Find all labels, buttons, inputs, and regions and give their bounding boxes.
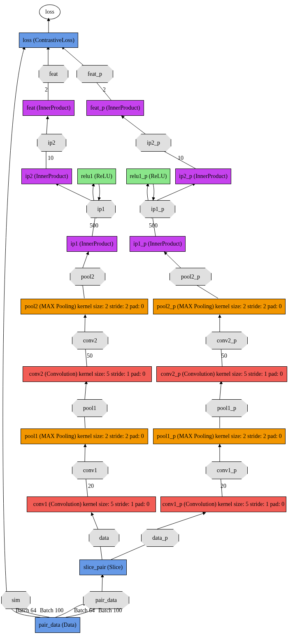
svg-line-22 — [220, 381, 221, 399]
node-relu1: relu1 (ReLU) — [77, 169, 116, 184]
label: conv1_p (Convolution) kernel size: 5 str… — [163, 501, 284, 508]
node-ip2: ip2 — [37, 134, 66, 152]
svg-line-14 — [164, 252, 181, 268]
svg-line-32 — [111, 543, 149, 560]
node-feat-p-ip: feat_p (InnerProduct) — [86, 100, 144, 116]
label: feat — [49, 71, 58, 77]
node-conv2-layer: conv2 (Convolution) kernel size: 5 strid… — [23, 366, 152, 382]
node-pool2-p: pool2_p — [170, 268, 211, 286]
label: data_p — [152, 535, 167, 541]
edge-label: 2 — [45, 87, 48, 93]
label: ip1 — [98, 206, 105, 213]
label: feat (InnerProduct) — [27, 105, 71, 111]
label: conv2_p (Convolution) kernel size: 5 str… — [161, 371, 283, 377]
edge-label: Batch 100 — [98, 607, 122, 614]
label: data — [99, 535, 109, 541]
network-diagram: loss loss (ContrastiveLoss) feat feat_p … — [0, 0, 288, 644]
node-pool1-layer: pool1 (MAX Pooling) kernel size: 2 strid… — [21, 429, 148, 444]
label: ip1 (InnerProduct) — [71, 241, 114, 247]
node-feat-ip: feat (InnerProduct) — [23, 100, 74, 116]
node-sim: sim — [1, 591, 30, 609]
svg-line-33 — [102, 574, 102, 591]
label: ip2 (InnerProduct) — [26, 173, 68, 180]
node-conv2-p: conv2_p — [206, 332, 248, 349]
node-conv2-p-layer: conv2_p (Convolution) kernel size: 5 str… — [156, 366, 287, 382]
node-pair-data: pair_data — [83, 591, 129, 609]
node-ip1-p-layer: ip1_p (InnerProduct) — [130, 236, 186, 252]
label: ip1_p (InnerProduct) — [133, 241, 182, 247]
svg-line-21 — [85, 381, 86, 399]
edge-label: 50 — [87, 353, 93, 359]
node-ip2-p: ip2_p — [136, 134, 171, 152]
svg-line-13 — [83, 252, 88, 268]
edge-label: 10 — [48, 155, 53, 162]
edge-label: 500 — [90, 222, 98, 229]
svg-line-17 — [85, 315, 85, 332]
node-pool1-p-layer: pool1_p (MAX Pooling) kernel size: 2 str… — [153, 429, 286, 444]
node-ip1-layer: ip1 (InnerProduct) — [67, 236, 117, 252]
label: relu1 (ReLU) — [81, 173, 112, 180]
label: ip2_p (InnerProduct) — [179, 173, 228, 180]
edge-label: Batch 100 — [40, 607, 63, 614]
label: pool1 (MAX Pooling) kernel size: 2 strid… — [25, 433, 144, 440]
label: relu1_p (ReLU) — [130, 173, 167, 180]
label: ip1_p — [151, 206, 164, 213]
label: conv1 — [83, 467, 97, 474]
label: conv2 (Convolution) kernel size: 5 strid… — [29, 371, 145, 377]
node-pool2-p-layer: pool2_p (MAX Pooling) kernel size: 2 str… — [153, 299, 286, 314]
label: pool1_p (MAX Pooling) kernel size: 2 str… — [157, 433, 282, 440]
edge-label: Batch 64 — [74, 607, 95, 614]
node-feat: feat — [39, 65, 68, 83]
node-data-p: data_p — [141, 529, 179, 547]
label: pool2 — [81, 274, 94, 280]
node-conv1-p-layer: conv1_p (Convolution) kernel size: 5 str… — [160, 496, 286, 512]
label: ip2 — [48, 140, 56, 146]
label: feat_p — [88, 71, 102, 77]
node-relu1-p: relu1_p (ReLU) — [126, 169, 170, 184]
label: ip2_p — [147, 140, 160, 146]
edge-label: 20 — [221, 483, 226, 489]
svg-line-9 — [56, 183, 91, 200]
label: pair_data — [95, 597, 117, 604]
label: loss — [45, 9, 54, 15]
node-pool2: pool2 — [70, 268, 105, 286]
node-pool1: pool1 — [72, 399, 107, 417]
svg-line-30 — [157, 513, 206, 529]
edge-label: 500 — [149, 222, 158, 229]
node-ip1-p: ip1_p — [140, 200, 175, 218]
node-slice-pair: slice_pair (Slice) — [79, 560, 127, 575]
node-conv1-p: conv1_p — [206, 461, 248, 479]
node-pool1-p: pool1_p — [206, 399, 248, 417]
label: sim — [12, 597, 20, 604]
edge-label: 50 — [221, 353, 227, 359]
node-pool2-layer: pool2 (MAX Pooling) kernel size: 2 strid… — [21, 299, 148, 314]
label: pair_data (Data) — [39, 622, 76, 628]
label: pool2_p — [181, 274, 200, 280]
node-ip2-p-layer: ip2_p (InnerProduct) — [175, 169, 231, 184]
label: slice_pair (Slice) — [84, 564, 123, 571]
node-conv1-layer: conv1 (Convolution) kernel size: 5 strid… — [27, 496, 156, 512]
svg-line-10 — [157, 183, 195, 200]
label: feat_p (InnerProduct) — [91, 105, 140, 111]
svg-line-2 — [62, 47, 83, 65]
node-feat-p: feat_p — [77, 65, 113, 83]
edge-layer — [0, 0, 288, 644]
svg-line-5 — [46, 116, 48, 134]
label: pool1_p — [217, 405, 236, 412]
label: conv1_p — [217, 467, 237, 474]
node-conv1: conv1 — [72, 461, 108, 479]
label: pool1 — [83, 405, 96, 412]
node-pair-data-layer: pair_data (Data) — [35, 617, 80, 633]
node-data: data — [89, 529, 119, 547]
node-ip2-layer: ip2 (InnerProduct) — [21, 169, 72, 184]
label: pool2_p (MAX Pooling) kernel size: 2 str… — [157, 303, 282, 310]
svg-line-6 — [121, 116, 145, 134]
edge-label: Batch 64 — [16, 607, 36, 614]
edge-label: 20 — [88, 483, 94, 489]
label: conv2 — [83, 337, 97, 344]
edge-label: 10 — [178, 155, 183, 162]
label: conv1 (Convolution) kernel size: 5 strid… — [33, 501, 149, 508]
edge-label: 2 — [103, 87, 106, 93]
node-ip1: ip1 — [86, 200, 116, 218]
svg-line-29 — [91, 513, 98, 529]
